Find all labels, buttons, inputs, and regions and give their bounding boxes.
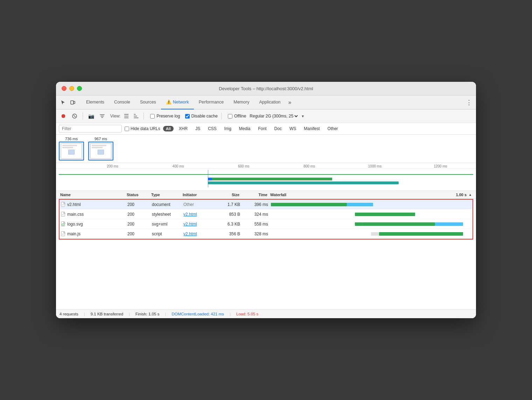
- timeline-chart: [59, 170, 473, 187]
- header-name[interactable]: Name: [59, 191, 125, 199]
- sort-asc-icon: ▲: [469, 193, 472, 197]
- header-size[interactable]: Size: [213, 191, 241, 199]
- row-waterfall-2: [271, 209, 471, 219]
- svg-rect-0: [71, 101, 74, 104]
- clear-button[interactable]: [70, 112, 79, 121]
- row-name-cell-3: logo.svg: [61, 221, 127, 227]
- table-row[interactable]: main.js 200 script v2.html 356 B 328 ms: [59, 229, 472, 239]
- table-row[interactable]: v2.html 200 document Other 1.7 KB 396 ms: [59, 200, 472, 209]
- screenshot-item-2[interactable]: 967 ms: [88, 137, 113, 160]
- row-waterfall-3: [271, 219, 471, 229]
- cursor-icon[interactable]: [59, 98, 67, 107]
- row-size-1: 1.7 KB: [215, 202, 243, 207]
- row-initiator-2[interactable]: v2.html: [183, 212, 215, 217]
- header-initiator[interactable]: Initiator: [181, 191, 213, 199]
- row-name-cell-4: main.js: [61, 231, 127, 237]
- header-type[interactable]: Type: [150, 191, 181, 199]
- filter-manifest-button[interactable]: Manifest: [301, 126, 322, 132]
- tab-sources[interactable]: Sources: [135, 95, 161, 109]
- timeline-area[interactable]: 200 ms 400 ms 600 ms 800 ms 1000 ms 1200…: [56, 163, 476, 191]
- throttle-select[interactable]: Regular 2G (300ms, 25: [248, 113, 299, 119]
- filter-button[interactable]: [98, 112, 107, 121]
- screenshot-time-2: 967 ms: [94, 137, 107, 141]
- svg-rect-14: [62, 224, 64, 226]
- row-size-2: 853 B: [215, 212, 243, 217]
- row-type-4: script: [152, 231, 183, 236]
- minimize-button[interactable]: [69, 86, 74, 91]
- timeline-ruler: 200 ms 400 ms 600 ms 800 ms 1000 ms 1200…: [56, 163, 476, 169]
- waterfall-time-label: 1.00 s: [456, 193, 467, 197]
- list-view-button[interactable]: [122, 112, 130, 120]
- svg-line-3: [74, 115, 76, 117]
- file-icon-svg: [61, 221, 66, 227]
- timeline-bar-2: [208, 181, 399, 184]
- header-status[interactable]: Status: [125, 191, 150, 199]
- row-waterfall-4: [271, 229, 471, 238]
- screenshot-item-1[interactable]: 736 ms: [59, 137, 84, 160]
- devtools-menu-button[interactable]: ⋮: [465, 98, 473, 107]
- filter-img-button[interactable]: Img: [222, 126, 234, 132]
- filter-doc-button[interactable]: Doc: [272, 126, 284, 132]
- timeline-cursor: [208, 170, 208, 187]
- hide-data-urls-checkbox[interactable]: [125, 127, 129, 131]
- ruler-600: 600 ms: [211, 164, 276, 168]
- row-initiator-4[interactable]: v2.html: [183, 231, 215, 236]
- row-waterfall-1: [271, 200, 471, 209]
- tab-application[interactable]: Application: [254, 95, 285, 109]
- devtools-window: Developer Tools – http://localhost:3000/…: [56, 82, 476, 318]
- row-name-cell-2: main.css: [61, 212, 127, 217]
- timeline-bar-cursor: [208, 178, 212, 180]
- separator-1: [83, 113, 83, 120]
- close-button[interactable]: [62, 86, 66, 91]
- more-tabs-button[interactable]: »: [286, 99, 294, 106]
- file-icon-js: [61, 231, 66, 237]
- tab-network[interactable]: ⚠️ Network: [161, 95, 194, 109]
- hide-data-urls-label[interactable]: Hide data URLs: [125, 126, 160, 131]
- header-time[interactable]: Time: [241, 191, 269, 199]
- filter-css-button[interactable]: CSS: [205, 126, 219, 132]
- tab-performance[interactable]: Performance: [194, 95, 229, 109]
- timeline-green-line: [59, 174, 473, 175]
- screenshot-thumb-1[interactable]: [59, 142, 84, 160]
- fullscreen-button[interactable]: [77, 86, 82, 91]
- filter-js-button[interactable]: JS: [193, 126, 203, 132]
- status-sep-1: |: [84, 312, 85, 316]
- svg-rect-1: [74, 101, 75, 103]
- preserve-log-checkbox[interactable]: [150, 114, 155, 119]
- row-time-1: 396 ms: [243, 202, 271, 207]
- filter-other-button[interactable]: Other: [325, 126, 341, 132]
- filter-all-button[interactable]: All: [163, 126, 174, 131]
- filter-font-button[interactable]: Font: [256, 126, 269, 132]
- camera-button[interactable]: 📷: [86, 112, 96, 121]
- table-row[interactable]: main.css 200 stylesheet v2.html 853 B 32…: [59, 209, 472, 219]
- tab-elements[interactable]: Elements: [81, 95, 109, 109]
- header-waterfall[interactable]: Waterfall 1.00 s ▲: [269, 191, 473, 199]
- separator-2: [144, 113, 144, 120]
- record-button[interactable]: ⏺: [59, 112, 68, 121]
- row-status-1: 200: [127, 202, 152, 207]
- tree-view-button[interactable]: [132, 112, 140, 120]
- screenshot-thumb-2[interactable]: [88, 142, 113, 160]
- tab-console[interactable]: Console: [109, 95, 135, 109]
- filter-ws-button[interactable]: WS: [287, 126, 299, 132]
- row-time-4: 328 ms: [243, 231, 271, 236]
- preserve-log-label[interactable]: Preserve log: [150, 114, 180, 119]
- row-initiator-3[interactable]: v2.html: [183, 222, 215, 227]
- network-rows-container: v2.html 200 document Other 1.7 KB 396 ms: [59, 199, 473, 240]
- tab-memory[interactable]: Memory: [229, 95, 254, 109]
- filter-input[interactable]: [59, 125, 122, 133]
- row-filename-1: v2.html: [67, 202, 81, 207]
- disable-cache-label[interactable]: Disable cache: [185, 114, 218, 119]
- offline-checkbox[interactable]: [228, 114, 232, 119]
- offline-label[interactable]: Offline: [228, 114, 246, 119]
- network-toolbar: ⏺ 📷 View: Preserve log Dis: [56, 109, 476, 123]
- disable-cache-checkbox[interactable]: [185, 114, 190, 119]
- row-status-4: 200: [127, 231, 152, 236]
- device-toggle-icon[interactable]: [69, 98, 77, 107]
- file-icon-css: [61, 212, 66, 217]
- filter-xhr-button[interactable]: XHR: [176, 126, 190, 132]
- ruler-1200: 1200 ms: [408, 164, 473, 168]
- status-sep-2: |: [129, 312, 130, 316]
- filter-media-button[interactable]: Media: [237, 126, 253, 132]
- table-row[interactable]: logo.svg 200 svg+xml v2.html 6.3 KB 558 …: [59, 219, 472, 229]
